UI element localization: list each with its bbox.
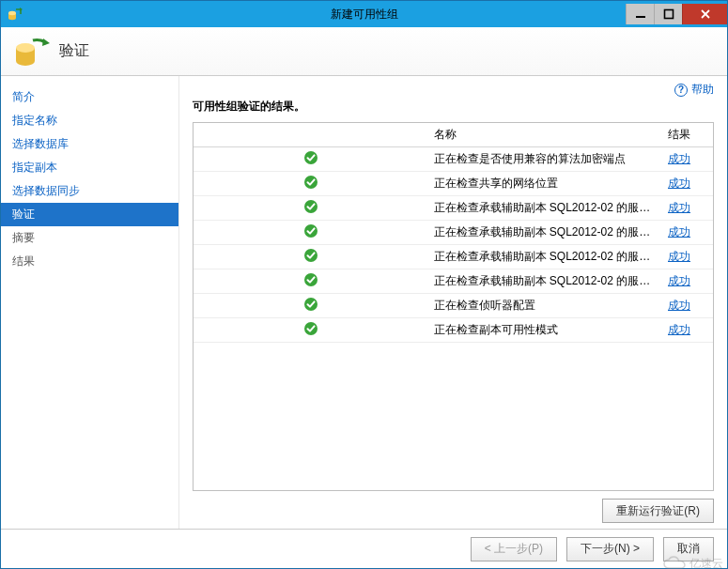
column-result[interactable]: 结果 (662, 123, 713, 147)
table-row: 正在检查侦听器配置成功 (194, 294, 713, 318)
sidebar-item-1[interactable]: 指定名称 (1, 109, 178, 132)
window-controls (626, 4, 727, 24)
table-row: 正在检查共享的网络位置成功 (194, 172, 713, 196)
row-name: 正在检查副本可用性模式 (428, 318, 663, 343)
svg-rect-4 (636, 16, 645, 18)
row-result: 成功 (662, 147, 713, 172)
result-link[interactable]: 成功 (668, 250, 690, 263)
row-result: 成功 (662, 172, 713, 196)
success-icon (194, 196, 428, 221)
table-row: 正在检查是否使用兼容的算法加密端点成功 (194, 147, 713, 172)
back-button: < 上一步(P) (471, 537, 557, 561)
cancel-button[interactable]: 取消 (663, 537, 714, 561)
result-link[interactable]: 成功 (668, 201, 690, 214)
maximize-button[interactable] (654, 4, 682, 24)
table-row: 正在检查承载辅助副本 SQL2012-02 的服务器实例上数据库文件是否存在成功 (194, 269, 713, 294)
window-title: 新建可用性组 (1, 7, 727, 23)
row-result: 成功 (662, 245, 713, 269)
svg-point-2 (8, 11, 16, 15)
results-table: 名称 结果 正在检查是否使用兼容的算法加密端点成功正在检查共享的网络位置成功正在… (194, 123, 713, 343)
success-icon (194, 294, 428, 318)
row-name: 正在检查是否使用兼容的算法加密端点 (428, 147, 663, 172)
row-name: 正在检查侦听器配置 (428, 294, 663, 318)
sidebar-item-7: 结果 (1, 250, 178, 273)
sidebar-item-4[interactable]: 选择数据同步 (1, 179, 178, 203)
svg-rect-5 (664, 10, 673, 19)
results-container: 名称 结果 正在检查是否使用兼容的算法加密端点成功正在检查共享的网络位置成功正在… (193, 122, 714, 491)
success-icon (194, 147, 428, 172)
result-link[interactable]: 成功 (668, 274, 690, 287)
row-result: 成功 (662, 294, 713, 318)
row-name: 正在检查承载辅助副本 SQL2012-02 的服务器实例上的可用磁盘空间 (428, 196, 663, 221)
rerun-button[interactable]: 重新运行验证(R) (602, 499, 714, 523)
column-name[interactable]: 名称 (428, 123, 663, 147)
row-name: 正在检查承载辅助副本 SQL2012-02 的服务器实例上是否已存在所选数据库 (428, 221, 663, 245)
row-result: 成功 (662, 318, 713, 343)
row-name: 正在检查承载辅助副本 SQL2012-02 的服务器实例上数据库文件是否存在 (428, 269, 663, 294)
help-label: 帮助 (691, 82, 714, 98)
minimize-button[interactable] (626, 4, 654, 24)
result-link[interactable]: 成功 (668, 323, 690, 336)
close-button[interactable] (682, 4, 727, 24)
result-link[interactable]: 成功 (668, 152, 690, 165)
table-row: 正在检查承载辅助副本 SQL2012-02 的服务器实例上的可用磁盘空间成功 (194, 196, 713, 221)
page-title: 验证 (59, 41, 89, 61)
result-link[interactable]: 成功 (668, 225, 690, 238)
row-result: 成功 (662, 269, 713, 294)
svg-marker-11 (42, 38, 50, 46)
row-result: 成功 (662, 221, 713, 245)
success-icon (194, 172, 428, 196)
sidebar: 简介指定名称选择数据库指定副本选择数据同步验证摘要结果 (1, 76, 179, 529)
sidebar-item-2[interactable]: 选择数据库 (1, 132, 178, 156)
table-row: 正在检查承载辅助副本 SQL2012-02 的服务器实例上是否已存在所选数据库成… (194, 221, 713, 245)
svg-point-10 (16, 43, 35, 53)
results-body: 正在检查是否使用兼容的算法加密端点成功正在检查共享的网络位置成功正在检查承载辅助… (194, 147, 713, 343)
footer: < 上一步(P) 下一步(N) > 取消 亿速云 (1, 529, 727, 568)
result-link[interactable]: 成功 (668, 299, 690, 312)
header: 验证 (1, 27, 727, 76)
next-button[interactable]: 下一步(N) > (566, 537, 654, 561)
success-icon (194, 269, 428, 294)
row-name: 正在检查承载辅助副本 SQL2012-02 的服务器实例上数据库文件位置的兼容性 (428, 245, 663, 269)
rerun-row: 重新运行验证(R) (193, 499, 714, 529)
sidebar-item-0[interactable]: 简介 (1, 85, 178, 109)
column-icon (194, 123, 428, 147)
success-icon (194, 318, 428, 343)
sidebar-item-6: 摘要 (1, 226, 178, 250)
success-icon (194, 245, 428, 269)
table-row: 正在检查副本可用性模式成功 (194, 318, 713, 343)
content-pane: ? 帮助 可用性组验证的结果。 名称 结果 正在检查是否使用兼容的算法加密端点成… (179, 76, 727, 529)
sidebar-item-3[interactable]: 指定副本 (1, 156, 178, 179)
table-row: 正在检查承载辅助副本 SQL2012-02 的服务器实例上数据库文件位置的兼容性… (194, 245, 713, 269)
help-icon: ? (674, 84, 688, 97)
help-link[interactable]: ? 帮助 (674, 82, 714, 98)
row-result: 成功 (662, 196, 713, 221)
database-icon (12, 33, 50, 70)
sidebar-item-5[interactable]: 验证 (1, 203, 178, 226)
wizard-window: 新建可用性组 验证 简介指定名称选择数据库指定副本选择数据同步验证摘要结果 ? … (0, 0, 728, 569)
result-link[interactable]: 成功 (668, 177, 690, 190)
results-subtitle: 可用性组验证的结果。 (193, 99, 714, 115)
titlebar: 新建可用性组 (1, 1, 727, 27)
app-icon (5, 4, 25, 24)
success-icon (194, 221, 428, 245)
row-name: 正在检查共享的网络位置 (428, 172, 663, 196)
